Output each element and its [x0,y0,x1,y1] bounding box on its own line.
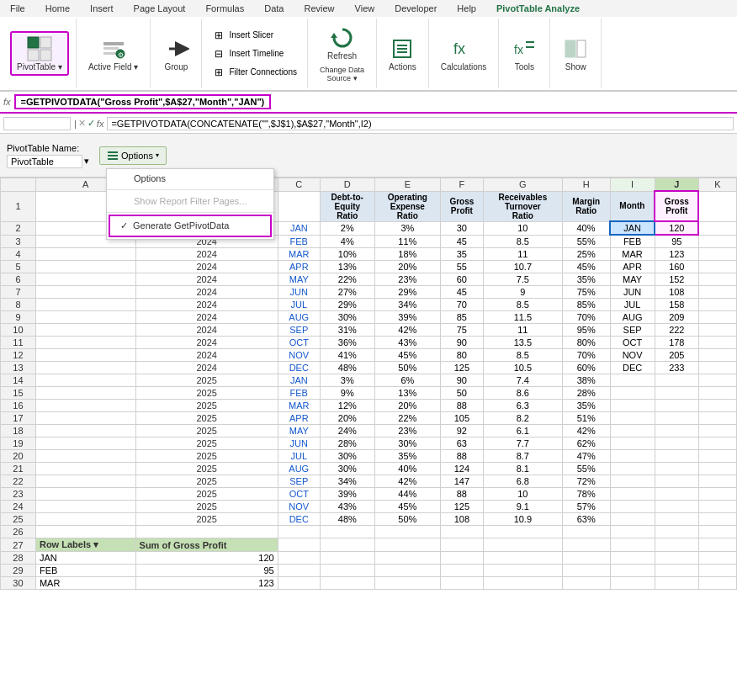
actions-button[interactable]: Actions [384,33,422,74]
formula-cancel[interactable]: ✕ [78,118,86,129]
table-row: 10 2024 SEP 31% 42% 75 11 95% SEP 222 [1,324,737,337]
col-header-k[interactable]: K [698,178,736,192]
formula-content-top[interactable]: =GETPIVOTDATA("Gross Profit",$A$27,"Mont… [14,94,272,109]
tab-developer[interactable]: Developer [384,0,447,17]
svg-rect-20 [577,40,586,57]
pivot-row-labels-header[interactable]: Row Labels ▾ [35,538,135,552]
tools-button[interactable]: fx Tools [506,33,543,74]
insert-timeline-label: Insert Timeline [229,49,284,58]
table-row: 7 2024 JUN 27% 29% 45 9 75% JUN 108 [1,286,737,299]
pivot-name-input[interactable] [7,155,82,168]
change-data-source-label: Change DataSource ▾ [320,66,364,82]
pivot-sum-header[interactable]: Sum of Gross Profit [135,538,278,552]
formula-content-2[interactable]: =GETPIVOTDATA(CONCATENATE("",$J$1),$A$27… [107,117,734,130]
col-header-f[interactable]: F [440,178,483,192]
cell-j1[interactable]: GrossProfit [655,191,698,221]
cell-c1[interactable] [278,191,320,221]
show-button[interactable]: Show [557,33,594,74]
ribbon-group-filter: ⊞ Insert Slicer ⊟ Insert Timeline ⊞ Filt… [202,19,308,88]
filter-connections-label: Filter Connections [229,67,297,77]
filter-btns: ⊞ Insert Slicer ⊟ Insert Timeline ⊞ Filt… [209,27,300,81]
table-row: 25 2025 DEC 48% 50% 108 10.9 63% [1,513,737,526]
ribbon-group-group: Group [151,19,202,88]
tab-insert[interactable]: Insert [80,0,124,17]
active-field-label: Active Field ▾ [88,62,138,72]
table-row: 11 2024 OCT 36% 43% 90 13.5 80% OCT 178 [1,337,737,349]
tab-review[interactable]: Review [294,0,344,17]
table-row: 26 [1,526,737,538]
dropdown-separator-2 [107,212,273,213]
formula-confirm[interactable]: ✓ [87,118,95,129]
spreadsheet-table: A B C D E F G H I J K 1 Debt-to-EquityRa… [0,178,737,590]
insert-slicer-button[interactable]: ⊞ Insert Slicer [209,27,300,44]
ribbon-content: PivotTable ▾ ⚙ Active Field ▾ [0,17,737,91]
group-label: Group [164,62,188,72]
tab-pivottable-analyze[interactable]: PivotTable Analyze [486,0,590,17]
options-dropdown-container: Options ▾ Options Show Report Filter Pag… [99,146,167,165]
svg-rect-5 [103,47,119,50]
cell-g1[interactable]: ReceivablesTurnoverRatio [483,191,562,221]
tab-file[interactable]: File [0,0,35,17]
table-row: 23 2025 OCT 39% 44% 88 10 78% [1,488,737,501]
svg-rect-4 [103,42,124,45]
svg-rect-3 [40,50,51,61]
table-row: 13 2024 DEC 48% 50% 125 10.5 60% DEC 233 [1,362,737,374]
calculations-button[interactable]: fx Calculations [436,33,491,74]
col-header-g[interactable]: G [483,178,562,192]
options-item-options[interactable]: Options [107,169,273,188]
formula-bar-top: fx =GETPIVOTDATA("Gross Profit",$A$27,"M… [0,92,737,114]
cell-e1[interactable]: OperatingExpenseRatio [374,191,440,221]
col-header-h[interactable]: H [562,178,610,192]
cell-k1[interactable] [698,191,736,221]
options-item-generate[interactable]: ✓ Generate GetPivotData [109,215,272,237]
col-header-i[interactable]: I [610,178,655,192]
fx-label-top: fx [3,97,11,107]
pivot-name-dropdown[interactable]: ▾ [84,156,89,167]
options-button[interactable]: Options ▾ [99,146,167,165]
active-field-button[interactable]: ⚙ Active Field ▾ [83,33,143,74]
svg-rect-0 [28,37,39,48]
refresh-button[interactable]: Refresh [322,22,362,63]
pivottable-button[interactable]: PivotTable ▾ [10,31,69,76]
calculations-icon: fx [450,35,477,62]
col-header-d[interactable]: D [320,178,374,192]
svg-rect-22 [108,155,118,156]
cell-i1[interactable]: Month [610,191,655,221]
svg-rect-21 [108,151,118,153]
actions-label: Actions [389,62,416,72]
table-row: 24 2025 NOV 43% 45% 125 9.1 57% [1,501,737,513]
table-row: 5 2024 APR 13% 20% 55 10.7 45% APR 160 [1,261,737,273]
tab-home[interactable]: Home [35,0,80,17]
tab-help[interactable]: Help [447,0,486,17]
ribbon-group-data: Refresh Change DataSource ▾ [308,19,377,88]
options-item-show-report: Show Report Filter Pages... [107,192,273,210]
refresh-icon [329,24,356,51]
row-num-1: 1 [1,191,36,221]
cell-h1[interactable]: MarginRatio [562,191,610,221]
col-header-c[interactable]: C [278,178,320,192]
tab-formulas[interactable]: Formulas [195,0,254,17]
change-data-source-button[interactable]: Change DataSource ▾ [315,63,369,85]
table-row: 20 2025 JUL 30% 35% 88 8.7 47% [1,450,737,463]
options-item-options-label: Options [134,173,166,183]
tab-data[interactable]: Data [254,0,294,17]
col-header-j[interactable]: J [655,178,698,192]
cell-f1[interactable]: GrossProfit [440,191,483,221]
filter-connections-button[interactable]: ⊞ Filter Connections [209,64,300,81]
tab-view[interactable]: View [345,0,385,17]
tab-page-layout[interactable]: Page Layout [124,0,196,17]
col-header-e[interactable]: E [374,178,440,192]
show-icon [562,35,589,62]
actions-icon [389,35,416,62]
pivot-name-options-row: PivotTable Name: ▾ Options ▾ Options [0,134,737,178]
group-button[interactable]: Group [157,33,194,74]
insert-timeline-button[interactable]: ⊟ Insert Timeline [209,45,300,62]
cell-d1[interactable]: Debt-to-EquityRatio [320,191,374,221]
options-item-show-report-label: Show Report Filter Pages... [134,196,247,206]
ribbon-group-calculations: fx Calculations [429,19,499,88]
ribbon-group-pivottable: PivotTable ▾ [3,19,77,88]
ribbon-group-active-field: ⚙ Active Field ▾ [77,19,151,88]
table-row: 21 2025 AUG 30% 40% 124 8.1 55% [1,463,737,475]
name-box[interactable] [3,117,71,130]
tools-label: Tools [515,62,534,72]
